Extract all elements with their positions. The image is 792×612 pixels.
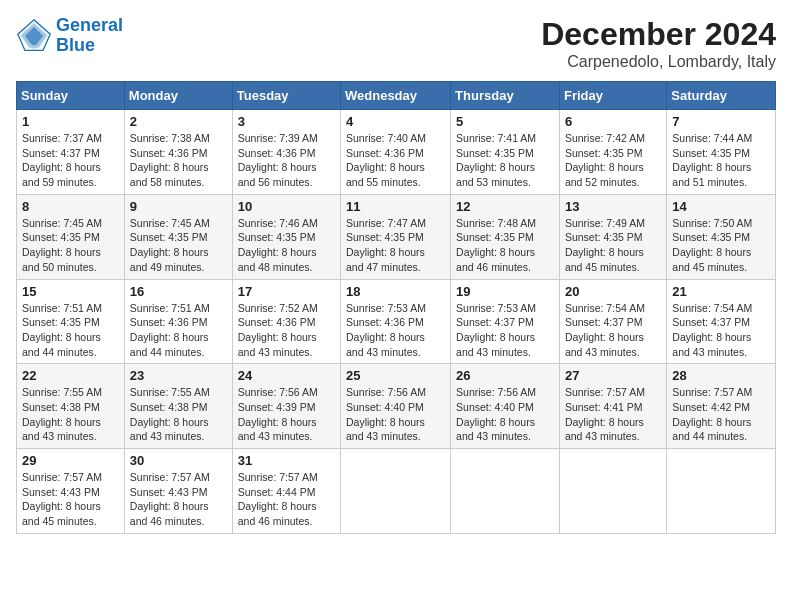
location-title: Carpenedolo, Lombardy, Italy (541, 53, 776, 71)
day-detail: Sunrise: 7:41 AMSunset: 4:35 PMDaylight:… (456, 131, 554, 190)
day-detail: Sunrise: 7:38 AMSunset: 4:36 PMDaylight:… (130, 131, 227, 190)
calendar-cell: 5 Sunrise: 7:41 AMSunset: 4:35 PMDayligh… (451, 110, 560, 195)
day-detail: Sunrise: 7:40 AMSunset: 4:36 PMDaylight:… (346, 131, 445, 190)
calendar-cell (559, 449, 666, 534)
day-number: 31 (238, 453, 335, 468)
day-number: 22 (22, 368, 119, 383)
calendar-cell (451, 449, 560, 534)
weekday-header: Tuesday (232, 82, 340, 110)
day-detail: Sunrise: 7:53 AMSunset: 4:36 PMDaylight:… (346, 301, 445, 360)
day-detail: Sunrise: 7:56 AMSunset: 4:40 PMDaylight:… (346, 385, 445, 444)
calendar-cell: 24 Sunrise: 7:56 AMSunset: 4:39 PMDaylig… (232, 364, 340, 449)
calendar-cell: 19 Sunrise: 7:53 AMSunset: 4:37 PMDaylig… (451, 279, 560, 364)
day-detail: Sunrise: 7:46 AMSunset: 4:35 PMDaylight:… (238, 216, 335, 275)
calendar-cell: 20 Sunrise: 7:54 AMSunset: 4:37 PMDaylig… (559, 279, 666, 364)
calendar-cell: 28 Sunrise: 7:57 AMSunset: 4:42 PMDaylig… (667, 364, 776, 449)
day-detail: Sunrise: 7:51 AMSunset: 4:36 PMDaylight:… (130, 301, 227, 360)
title-area: December 2024 Carpenedolo, Lombardy, Ita… (541, 16, 776, 71)
day-detail: Sunrise: 7:56 AMSunset: 4:39 PMDaylight:… (238, 385, 335, 444)
day-number: 7 (672, 114, 770, 129)
day-number: 29 (22, 453, 119, 468)
weekday-header: Wednesday (341, 82, 451, 110)
calendar-cell: 14 Sunrise: 7:50 AMSunset: 4:35 PMDaylig… (667, 194, 776, 279)
day-detail: Sunrise: 7:37 AMSunset: 4:37 PMDaylight:… (22, 131, 119, 190)
day-detail: Sunrise: 7:57 AMSunset: 4:43 PMDaylight:… (130, 470, 227, 529)
calendar-cell: 8 Sunrise: 7:45 AMSunset: 4:35 PMDayligh… (17, 194, 125, 279)
day-detail: Sunrise: 7:47 AMSunset: 4:35 PMDaylight:… (346, 216, 445, 275)
calendar-cell: 13 Sunrise: 7:49 AMSunset: 4:35 PMDaylig… (559, 194, 666, 279)
day-number: 4 (346, 114, 445, 129)
calendar-cell: 1 Sunrise: 7:37 AMSunset: 4:37 PMDayligh… (17, 110, 125, 195)
day-detail: Sunrise: 7:55 AMSunset: 4:38 PMDaylight:… (22, 385, 119, 444)
day-number: 9 (130, 199, 227, 214)
calendar-cell: 9 Sunrise: 7:45 AMSunset: 4:35 PMDayligh… (124, 194, 232, 279)
calendar-table: SundayMondayTuesdayWednesdayThursdayFrid… (16, 81, 776, 534)
day-detail: Sunrise: 7:42 AMSunset: 4:35 PMDaylight:… (565, 131, 661, 190)
day-number: 3 (238, 114, 335, 129)
day-number: 16 (130, 284, 227, 299)
calendar-cell: 27 Sunrise: 7:57 AMSunset: 4:41 PMDaylig… (559, 364, 666, 449)
calendar-cell: 17 Sunrise: 7:52 AMSunset: 4:36 PMDaylig… (232, 279, 340, 364)
day-number: 17 (238, 284, 335, 299)
day-detail: Sunrise: 7:39 AMSunset: 4:36 PMDaylight:… (238, 131, 335, 190)
day-number: 20 (565, 284, 661, 299)
day-number: 2 (130, 114, 227, 129)
day-detail: Sunrise: 7:54 AMSunset: 4:37 PMDaylight:… (672, 301, 770, 360)
calendar-cell: 12 Sunrise: 7:48 AMSunset: 4:35 PMDaylig… (451, 194, 560, 279)
day-number: 1 (22, 114, 119, 129)
calendar-cell: 31 Sunrise: 7:57 AMSunset: 4:44 PMDaylig… (232, 449, 340, 534)
calendar-week-row: 1 Sunrise: 7:37 AMSunset: 4:37 PMDayligh… (17, 110, 776, 195)
day-number: 19 (456, 284, 554, 299)
calendar-cell: 30 Sunrise: 7:57 AMSunset: 4:43 PMDaylig… (124, 449, 232, 534)
logo: General Blue (16, 16, 123, 56)
day-number: 21 (672, 284, 770, 299)
day-detail: Sunrise: 7:48 AMSunset: 4:35 PMDaylight:… (456, 216, 554, 275)
day-number: 8 (22, 199, 119, 214)
weekday-header: Sunday (17, 82, 125, 110)
day-number: 28 (672, 368, 770, 383)
calendar-cell: 2 Sunrise: 7:38 AMSunset: 4:36 PMDayligh… (124, 110, 232, 195)
day-detail: Sunrise: 7:44 AMSunset: 4:35 PMDaylight:… (672, 131, 770, 190)
day-detail: Sunrise: 7:56 AMSunset: 4:40 PMDaylight:… (456, 385, 554, 444)
day-detail: Sunrise: 7:57 AMSunset: 4:41 PMDaylight:… (565, 385, 661, 444)
day-number: 5 (456, 114, 554, 129)
day-number: 30 (130, 453, 227, 468)
calendar-week-row: 22 Sunrise: 7:55 AMSunset: 4:38 PMDaylig… (17, 364, 776, 449)
day-number: 10 (238, 199, 335, 214)
logo-icon (16, 18, 52, 54)
day-detail: Sunrise: 7:57 AMSunset: 4:44 PMDaylight:… (238, 470, 335, 529)
calendar-cell: 6 Sunrise: 7:42 AMSunset: 4:35 PMDayligh… (559, 110, 666, 195)
day-detail: Sunrise: 7:51 AMSunset: 4:35 PMDaylight:… (22, 301, 119, 360)
calendar-cell: 21 Sunrise: 7:54 AMSunset: 4:37 PMDaylig… (667, 279, 776, 364)
day-number: 23 (130, 368, 227, 383)
logo-text: General Blue (56, 16, 123, 56)
calendar-week-row: 8 Sunrise: 7:45 AMSunset: 4:35 PMDayligh… (17, 194, 776, 279)
calendar-cell: 7 Sunrise: 7:44 AMSunset: 4:35 PMDayligh… (667, 110, 776, 195)
calendar-cell: 11 Sunrise: 7:47 AMSunset: 4:35 PMDaylig… (341, 194, 451, 279)
day-number: 13 (565, 199, 661, 214)
header: General Blue December 2024 Carpenedolo, … (16, 16, 776, 71)
day-number: 14 (672, 199, 770, 214)
weekday-header: Thursday (451, 82, 560, 110)
calendar-cell: 10 Sunrise: 7:46 AMSunset: 4:35 PMDaylig… (232, 194, 340, 279)
day-number: 25 (346, 368, 445, 383)
day-number: 6 (565, 114, 661, 129)
day-detail: Sunrise: 7:49 AMSunset: 4:35 PMDaylight:… (565, 216, 661, 275)
day-number: 24 (238, 368, 335, 383)
calendar-cell: 16 Sunrise: 7:51 AMSunset: 4:36 PMDaylig… (124, 279, 232, 364)
day-detail: Sunrise: 7:57 AMSunset: 4:42 PMDaylight:… (672, 385, 770, 444)
day-detail: Sunrise: 7:53 AMSunset: 4:37 PMDaylight:… (456, 301, 554, 360)
day-detail: Sunrise: 7:52 AMSunset: 4:36 PMDaylight:… (238, 301, 335, 360)
day-detail: Sunrise: 7:45 AMSunset: 4:35 PMDaylight:… (130, 216, 227, 275)
calendar-cell: 15 Sunrise: 7:51 AMSunset: 4:35 PMDaylig… (17, 279, 125, 364)
calendar-cell (667, 449, 776, 534)
calendar-week-row: 15 Sunrise: 7:51 AMSunset: 4:35 PMDaylig… (17, 279, 776, 364)
day-number: 15 (22, 284, 119, 299)
calendar-cell: 23 Sunrise: 7:55 AMSunset: 4:38 PMDaylig… (124, 364, 232, 449)
calendar-cell: 25 Sunrise: 7:56 AMSunset: 4:40 PMDaylig… (341, 364, 451, 449)
weekday-header: Monday (124, 82, 232, 110)
calendar-cell: 29 Sunrise: 7:57 AMSunset: 4:43 PMDaylig… (17, 449, 125, 534)
day-detail: Sunrise: 7:50 AMSunset: 4:35 PMDaylight:… (672, 216, 770, 275)
calendar-cell: 3 Sunrise: 7:39 AMSunset: 4:36 PMDayligh… (232, 110, 340, 195)
calendar-cell: 22 Sunrise: 7:55 AMSunset: 4:38 PMDaylig… (17, 364, 125, 449)
